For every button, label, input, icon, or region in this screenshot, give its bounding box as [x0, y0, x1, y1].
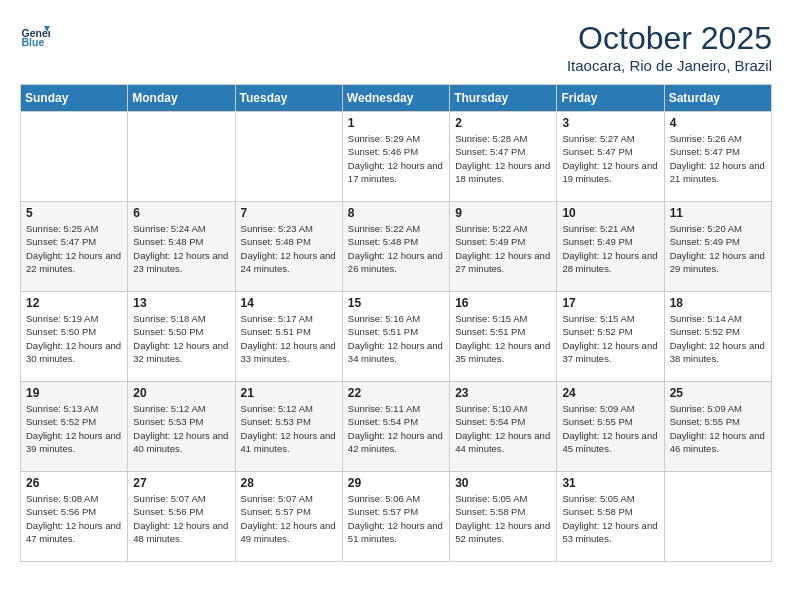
calendar-cell: [235, 112, 342, 202]
day-info: Sunrise: 5:22 AM Sunset: 5:49 PM Dayligh…: [455, 222, 551, 275]
day-of-week-header: Friday: [557, 85, 664, 112]
day-of-week-header: Monday: [128, 85, 235, 112]
day-number: 24: [562, 386, 658, 400]
calendar-cell: 25Sunrise: 5:09 AM Sunset: 5:55 PM Dayli…: [664, 382, 771, 472]
calendar-cell: 5Sunrise: 5:25 AM Sunset: 5:47 PM Daylig…: [21, 202, 128, 292]
day-number: 20: [133, 386, 229, 400]
calendar-week-row: 26Sunrise: 5:08 AM Sunset: 5:56 PM Dayli…: [21, 472, 772, 562]
day-info: Sunrise: 5:19 AM Sunset: 5:50 PM Dayligh…: [26, 312, 122, 365]
calendar-cell: 22Sunrise: 5:11 AM Sunset: 5:54 PM Dayli…: [342, 382, 449, 472]
calendar-cell: 10Sunrise: 5:21 AM Sunset: 5:49 PM Dayli…: [557, 202, 664, 292]
day-info: Sunrise: 5:17 AM Sunset: 5:51 PM Dayligh…: [241, 312, 337, 365]
day-number: 3: [562, 116, 658, 130]
day-number: 28: [241, 476, 337, 490]
calendar-cell: 13Sunrise: 5:18 AM Sunset: 5:50 PM Dayli…: [128, 292, 235, 382]
calendar-cell: 18Sunrise: 5:14 AM Sunset: 5:52 PM Dayli…: [664, 292, 771, 382]
calendar-cell: 27Sunrise: 5:07 AM Sunset: 5:56 PM Dayli…: [128, 472, 235, 562]
calendar-cell: 24Sunrise: 5:09 AM Sunset: 5:55 PM Dayli…: [557, 382, 664, 472]
day-info: Sunrise: 5:12 AM Sunset: 5:53 PM Dayligh…: [241, 402, 337, 455]
day-number: 19: [26, 386, 122, 400]
calendar-cell: 28Sunrise: 5:07 AM Sunset: 5:57 PM Dayli…: [235, 472, 342, 562]
calendar-cell: 3Sunrise: 5:27 AM Sunset: 5:47 PM Daylig…: [557, 112, 664, 202]
svg-text:Blue: Blue: [22, 36, 45, 48]
logo: General Blue: [20, 20, 50, 50]
day-number: 1: [348, 116, 444, 130]
title-block: October 2025 Itaocara, Rio de Janeiro, B…: [567, 20, 772, 74]
day-number: 9: [455, 206, 551, 220]
day-number: 16: [455, 296, 551, 310]
day-info: Sunrise: 5:05 AM Sunset: 5:58 PM Dayligh…: [455, 492, 551, 545]
day-number: 10: [562, 206, 658, 220]
day-info: Sunrise: 5:21 AM Sunset: 5:49 PM Dayligh…: [562, 222, 658, 275]
day-number: 5: [26, 206, 122, 220]
day-info: Sunrise: 5:15 AM Sunset: 5:51 PM Dayligh…: [455, 312, 551, 365]
day-info: Sunrise: 5:26 AM Sunset: 5:47 PM Dayligh…: [670, 132, 766, 185]
calendar-cell: 20Sunrise: 5:12 AM Sunset: 5:53 PM Dayli…: [128, 382, 235, 472]
calendar-cell: 15Sunrise: 5:16 AM Sunset: 5:51 PM Dayli…: [342, 292, 449, 382]
day-number: 8: [348, 206, 444, 220]
calendar-week-row: 19Sunrise: 5:13 AM Sunset: 5:52 PM Dayli…: [21, 382, 772, 472]
calendar-cell: 26Sunrise: 5:08 AM Sunset: 5:56 PM Dayli…: [21, 472, 128, 562]
day-info: Sunrise: 5:24 AM Sunset: 5:48 PM Dayligh…: [133, 222, 229, 275]
day-of-week-header: Thursday: [450, 85, 557, 112]
calendar-title: October 2025: [567, 20, 772, 57]
day-info: Sunrise: 5:07 AM Sunset: 5:57 PM Dayligh…: [241, 492, 337, 545]
day-info: Sunrise: 5:22 AM Sunset: 5:48 PM Dayligh…: [348, 222, 444, 275]
calendar-week-row: 1Sunrise: 5:29 AM Sunset: 5:46 PM Daylig…: [21, 112, 772, 202]
day-info: Sunrise: 5:05 AM Sunset: 5:58 PM Dayligh…: [562, 492, 658, 545]
calendar-week-row: 12Sunrise: 5:19 AM Sunset: 5:50 PM Dayli…: [21, 292, 772, 382]
day-number: 25: [670, 386, 766, 400]
day-number: 13: [133, 296, 229, 310]
day-number: 27: [133, 476, 229, 490]
day-number: 4: [670, 116, 766, 130]
day-number: 26: [26, 476, 122, 490]
calendar-cell: 12Sunrise: 5:19 AM Sunset: 5:50 PM Dayli…: [21, 292, 128, 382]
day-info: Sunrise: 5:07 AM Sunset: 5:56 PM Dayligh…: [133, 492, 229, 545]
day-number: 23: [455, 386, 551, 400]
day-info: Sunrise: 5:14 AM Sunset: 5:52 PM Dayligh…: [670, 312, 766, 365]
day-info: Sunrise: 5:13 AM Sunset: 5:52 PM Dayligh…: [26, 402, 122, 455]
day-info: Sunrise: 5:12 AM Sunset: 5:53 PM Dayligh…: [133, 402, 229, 455]
calendar-cell: 9Sunrise: 5:22 AM Sunset: 5:49 PM Daylig…: [450, 202, 557, 292]
day-info: Sunrise: 5:27 AM Sunset: 5:47 PM Dayligh…: [562, 132, 658, 185]
day-of-week-header: Wednesday: [342, 85, 449, 112]
day-of-week-header: Sunday: [21, 85, 128, 112]
day-number: 7: [241, 206, 337, 220]
day-info: Sunrise: 5:15 AM Sunset: 5:52 PM Dayligh…: [562, 312, 658, 365]
day-number: 2: [455, 116, 551, 130]
day-of-week-header: Saturday: [664, 85, 771, 112]
day-number: 31: [562, 476, 658, 490]
day-info: Sunrise: 5:20 AM Sunset: 5:49 PM Dayligh…: [670, 222, 766, 275]
day-info: Sunrise: 5:18 AM Sunset: 5:50 PM Dayligh…: [133, 312, 229, 365]
day-of-week-header: Tuesday: [235, 85, 342, 112]
calendar-cell: [664, 472, 771, 562]
calendar-cell: [128, 112, 235, 202]
calendar-cell: 8Sunrise: 5:22 AM Sunset: 5:48 PM Daylig…: [342, 202, 449, 292]
calendar-cell: 16Sunrise: 5:15 AM Sunset: 5:51 PM Dayli…: [450, 292, 557, 382]
calendar-cell: 11Sunrise: 5:20 AM Sunset: 5:49 PM Dayli…: [664, 202, 771, 292]
day-number: 21: [241, 386, 337, 400]
day-number: 22: [348, 386, 444, 400]
day-number: 18: [670, 296, 766, 310]
day-number: 29: [348, 476, 444, 490]
day-number: 30: [455, 476, 551, 490]
day-number: 15: [348, 296, 444, 310]
day-info: Sunrise: 5:10 AM Sunset: 5:54 PM Dayligh…: [455, 402, 551, 455]
day-info: Sunrise: 5:11 AM Sunset: 5:54 PM Dayligh…: [348, 402, 444, 455]
calendar-subtitle: Itaocara, Rio de Janeiro, Brazil: [567, 57, 772, 74]
calendar-table: SundayMondayTuesdayWednesdayThursdayFrid…: [20, 84, 772, 562]
calendar-cell: 7Sunrise: 5:23 AM Sunset: 5:48 PM Daylig…: [235, 202, 342, 292]
calendar-cell: 30Sunrise: 5:05 AM Sunset: 5:58 PM Dayli…: [450, 472, 557, 562]
day-info: Sunrise: 5:08 AM Sunset: 5:56 PM Dayligh…: [26, 492, 122, 545]
day-number: 12: [26, 296, 122, 310]
day-info: Sunrise: 5:09 AM Sunset: 5:55 PM Dayligh…: [670, 402, 766, 455]
logo-icon: General Blue: [20, 20, 50, 50]
calendar-cell: 2Sunrise: 5:28 AM Sunset: 5:47 PM Daylig…: [450, 112, 557, 202]
calendar-week-row: 5Sunrise: 5:25 AM Sunset: 5:47 PM Daylig…: [21, 202, 772, 292]
calendar-cell: 1Sunrise: 5:29 AM Sunset: 5:46 PM Daylig…: [342, 112, 449, 202]
calendar-cell: 29Sunrise: 5:06 AM Sunset: 5:57 PM Dayli…: [342, 472, 449, 562]
calendar-cell: 19Sunrise: 5:13 AM Sunset: 5:52 PM Dayli…: [21, 382, 128, 472]
day-info: Sunrise: 5:16 AM Sunset: 5:51 PM Dayligh…: [348, 312, 444, 365]
calendar-cell: 14Sunrise: 5:17 AM Sunset: 5:51 PM Dayli…: [235, 292, 342, 382]
day-info: Sunrise: 5:23 AM Sunset: 5:48 PM Dayligh…: [241, 222, 337, 275]
